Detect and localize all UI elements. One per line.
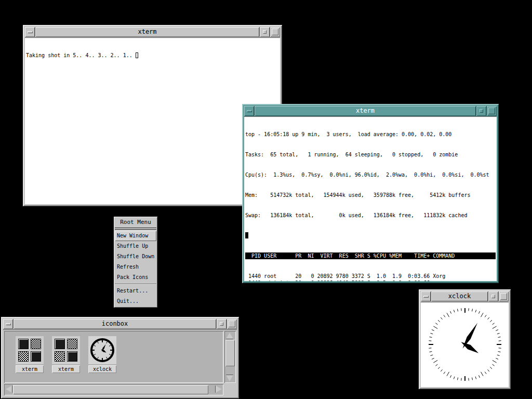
window-xclock: xclock	[419, 289, 511, 389]
analog-clock	[421, 303, 509, 387]
menu-item-restart[interactable]: Restart...	[115, 286, 156, 296]
window-title: xclock	[431, 291, 488, 301]
menu-item-new-window[interactable]: New Window	[115, 231, 156, 241]
maximize-button[interactable]	[499, 291, 509, 301]
minimize-button[interactable]	[260, 27, 270, 37]
minimize-button[interactable]	[476, 106, 486, 116]
window-menu-button[interactable]	[244, 106, 254, 116]
scroll-left-button[interactable]	[5, 384, 13, 394]
window-title: xterm	[35, 27, 259, 37]
window-iconbox: iconbox xterm xterm	[1, 317, 239, 398]
top-table-header: PID USER PR NI VIRT RES SHR S %CPU %MEM …	[245, 252, 496, 259]
titlebar[interactable]: xterm	[244, 106, 497, 116]
terminal-cursor-block	[245, 232, 248, 238]
arrow-right-icon	[216, 385, 222, 393]
maximize-button[interactable]	[227, 319, 237, 329]
terminal-text: Taking shot in 5.. 4.. 3.. 2.. 1..	[26, 52, 136, 58]
titlebar[interactable]: iconbox	[3, 319, 237, 329]
menu-item-shuffle-up[interactable]: Shuffle Up	[115, 241, 156, 251]
maximize-icon	[500, 293, 507, 300]
top-summary-line: Tasks: 65 total, 1 running, 64 sleeping,…	[245, 151, 496, 158]
arrow-up-icon	[226, 332, 233, 339]
root-menu-title: Root Menu	[115, 218, 156, 227]
terminal-cursor-hollow	[136, 52, 138, 58]
menu-item-refresh[interactable]: Refresh	[115, 262, 156, 272]
window-xterm-top: xterm top - 16:05:18 up 9 min, 3 users, …	[242, 104, 499, 283]
process-row: 1449 administ 20 0 10096 4048 3008 S 0.3…	[245, 280, 496, 281]
vertical-scroll-trough[interactable]	[225, 340, 235, 374]
titlebar[interactable]: xterm	[25, 27, 280, 37]
window-menu-dash-icon	[28, 31, 33, 33]
minimize-icon	[480, 109, 483, 113]
top-summary-line: top - 16:05:18 up 9 min, 3 users, load a…	[245, 131, 496, 138]
top-summary-line: Mem: 514732k total, 154944k used, 359788…	[245, 192, 496, 198]
top-summary-line: Swap: 136184k total, 0k used, 136184k fr…	[245, 212, 496, 219]
clock-face	[421, 302, 509, 387]
window-menu-dash-icon	[423, 296, 429, 298]
top-process-rows: 1440 root 20 0 20892 9780 3372 S 1.0 1.9…	[245, 273, 496, 281]
horizontal-scrollbar[interactable]	[4, 384, 223, 395]
window-title: iconbox	[14, 319, 216, 329]
titlebar[interactable]: xclock	[421, 291, 509, 301]
maximize-button[interactable]	[270, 27, 280, 37]
xclock-icon	[89, 337, 115, 363]
horizontal-scroll-thumb[interactable]	[13, 385, 208, 394]
minimize-icon	[263, 30, 267, 34]
window-menu-dash-icon	[247, 110, 252, 112]
window-title: xterm	[255, 106, 476, 116]
iconbox-icon-xclock[interactable]: xclock	[88, 336, 116, 373]
scroll-right-button[interactable]	[215, 384, 223, 394]
menu-item-pack-icons[interactable]: Pack Icons	[115, 272, 156, 283]
maximize-icon	[229, 321, 235, 327]
iconbox-icon-xterm-1[interactable]: xterm	[16, 336, 44, 373]
root-menu: Root Menu New Window Shuffle Up Shuffle …	[114, 217, 157, 308]
maximize-icon	[272, 29, 278, 35]
window-menu-button[interactable]	[25, 27, 35, 37]
scroll-down-button[interactable]	[225, 374, 234, 382]
iconbox-icon-xterm-2[interactable]: xterm	[52, 336, 80, 373]
icon-label: xclock	[88, 365, 116, 373]
window-menu-button[interactable]	[3, 319, 13, 329]
maximize-icon	[488, 108, 495, 114]
xterm-icon	[55, 339, 77, 362]
menu-separator	[115, 284, 156, 285]
minimize-icon	[491, 295, 495, 298]
menu-item-quit[interactable]: Quit...	[115, 296, 156, 307]
xterm-icon	[18, 339, 41, 362]
scroll-up-button[interactable]	[225, 331, 234, 340]
minimize-icon	[220, 322, 223, 326]
window-menu-button[interactable]	[421, 291, 431, 301]
minimize-button[interactable]	[217, 319, 227, 329]
vertical-scroll-thumb[interactable]	[225, 340, 235, 366]
minimize-button[interactable]	[488, 291, 498, 301]
window-menu-dash-icon	[6, 323, 11, 325]
menu-separator-double	[115, 228, 156, 230]
arrow-left-icon	[6, 385, 12, 393]
process-row: 1440 root 20 0 20892 9780 3372 S 1.0 1.9…	[245, 273, 496, 280]
icon-label: xterm	[52, 365, 80, 373]
maximize-button[interactable]	[487, 106, 497, 116]
iconbox-panel: xterm xterm xclock	[4, 331, 223, 383]
arrow-down-icon	[226, 375, 233, 381]
icon-label: xterm	[16, 365, 44, 373]
desktop: xterm Taking shot in 5.. 4.. 3.. 2.. 1..…	[0, 0, 532, 399]
horizontal-scroll-trough[interactable]	[13, 384, 215, 395]
top-summary-line: Cpu(s): 1.3%us, 0.7%sy, 0.0%ni, 96.0%id,…	[245, 171, 496, 178]
terminal-screen[interactable]: top - 16:05:18 up 9 min, 3 users, load a…	[244, 116, 497, 281]
menu-item-shuffle-down[interactable]: Shuffle Down	[115, 251, 156, 262]
vertical-scrollbar[interactable]	[224, 331, 236, 383]
